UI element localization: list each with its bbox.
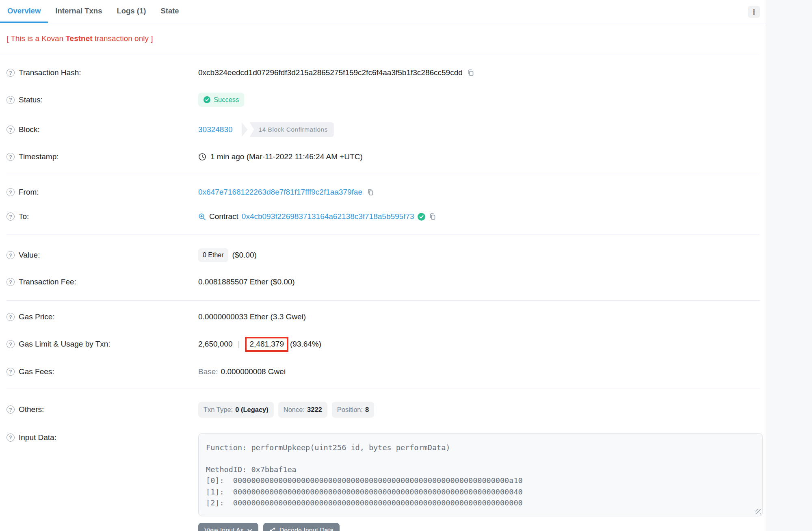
more-options-button[interactable]: ⋮ — [748, 6, 760, 18]
decode-input-data-button[interactable]: Decode Input Data — [263, 523, 340, 531]
status-badge: Success — [198, 93, 244, 107]
testnet-notice-section: [ This is a Kovan Testnet transaction on… — [0, 23, 760, 55]
row-gas-fees: ? Gas Fees: Base: 0.000000008 Gwei — [6, 360, 760, 384]
gas-price-value: 0.0000000033 Ether (3.3 Gwei) — [198, 312, 306, 321]
row-value: ? Value: 0 Ether ($0.00) — [6, 241, 760, 270]
from-label: ? From: — [6, 188, 198, 197]
tab-overview[interactable]: Overview — [0, 0, 48, 23]
copy-icon[interactable] — [429, 212, 437, 221]
block-number-link[interactable]: 30324830 — [198, 125, 233, 134]
section-gas: ? Gas Price: 0.0000000033 Ether (3.3 Gwe… — [6, 301, 760, 388]
check-circle-icon — [204, 96, 210, 103]
help-icon[interactable]: ? — [6, 212, 15, 221]
section-from-to: ? From: 0x647e7168122263d8e7f81f17fff9c2… — [6, 174, 760, 234]
ether-value-badge: 0 Ether — [198, 248, 228, 262]
section-others-input: ? Others: Txn Type:0 (Legacy) Nonce:3222… — [6, 388, 760, 531]
txn-type-badge: Txn Type:0 (Legacy) — [198, 402, 274, 418]
gas-limit-value: 2,650,000 — [198, 340, 233, 349]
transaction-hash-label: ? Transaction Hash: — [6, 68, 198, 77]
chevron-down-icon — [247, 529, 252, 531]
transaction-hash-value: 0xcb324eedcd1d07296fdf3d215a2865275f159c… — [198, 68, 463, 77]
others-label: ? Others: — [6, 405, 198, 414]
help-icon[interactable]: ? — [6, 96, 15, 104]
row-to: ? To: Contract 0x4cb093f226983713164a621… — [6, 204, 760, 229]
help-icon[interactable]: ? — [6, 278, 15, 286]
row-transaction-hash: ? Transaction Hash: 0xcb324eedcd1d07296f… — [6, 61, 760, 85]
row-gas-limit-usage: ? Gas Limit & Usage by Txn: 2,650,000 | … — [6, 329, 760, 360]
nonce-badge: Nonce:3222 — [278, 402, 327, 418]
tab-logs[interactable]: Logs (1) — [109, 0, 153, 23]
decode-icon — [269, 527, 276, 531]
block-label: ? Block: — [6, 125, 198, 134]
transaction-fee-value: 0.0081885507 Ether ($0.00) — [198, 277, 295, 286]
verified-check-icon — [418, 213, 425, 221]
help-icon[interactable]: ? — [6, 405, 15, 414]
usd-value: ($0.00) — [232, 251, 257, 260]
row-gas-price: ? Gas Price: 0.0000000033 Ether (3.3 Gwe… — [6, 305, 760, 329]
timestamp-label: ? Timestamp: — [6, 152, 198, 161]
base-fee-label: Base: — [198, 367, 218, 376]
row-transaction-fee: ? Transaction Fee: 0.0081885507 Ether ($… — [6, 270, 760, 294]
gas-fees-label: ? Gas Fees: — [6, 367, 198, 376]
from-address-link[interactable]: 0x647e7168122263d8e7f81f17fff9c2f1aa379f… — [198, 188, 362, 197]
tab-internal-txns[interactable]: Internal Txns — [48, 0, 109, 23]
clock-icon — [198, 153, 206, 161]
help-icon[interactable]: ? — [6, 126, 15, 134]
help-icon[interactable]: ? — [6, 340, 15, 348]
input-data-label: ? Input Data: — [6, 433, 198, 442]
section-value-fee: ? Value: 0 Ether ($0.00) ? Transaction F… — [6, 234, 760, 301]
block-confirmations-badge: 14 Block Confirmations — [242, 122, 334, 137]
zoom-in-icon[interactable] — [198, 213, 206, 221]
row-timestamp: ? Timestamp: 1 min ago (Mar-11-2022 11:4… — [6, 145, 760, 169]
section-hash-status-block-time: ? Transaction Hash: 0xcb324eedcd1d07296f… — [6, 55, 760, 174]
help-icon[interactable]: ? — [6, 433, 15, 442]
position-badge: Position:8 — [332, 402, 374, 418]
status-label: ? Status: — [6, 95, 198, 104]
view-input-as-button[interactable]: View Input As — [198, 523, 258, 531]
gas-limit-label: ? Gas Limit & Usage by Txn: — [6, 340, 198, 349]
help-icon[interactable]: ? — [6, 188, 15, 196]
kebab-icon: ⋮ — [751, 8, 758, 16]
gas-used-percent: (93.64%) — [290, 340, 321, 349]
input-data-textarea[interactable]: Function: performUpkeep(uint256 id, byte… — [198, 433, 763, 516]
transaction-overview-card: Overview Internal Txns Logs (1) State ⋮ … — [0, 0, 766, 531]
timestamp-value: 1 min ago (Mar-11-2022 11:46:24 AM +UTC) — [210, 152, 363, 161]
row-from: ? From: 0x647e7168122263d8e7f81f17fff9c2… — [6, 180, 760, 204]
row-input-data: ? Input Data: Function: performUpkeep(ui… — [6, 425, 760, 531]
to-label: ? To: — [6, 212, 198, 221]
help-icon[interactable]: ? — [6, 368, 15, 376]
confirmation-arrow-decoration — [242, 122, 248, 137]
gas-used-value: 2,481,379 — [249, 340, 284, 348]
copy-icon[interactable] — [366, 188, 375, 196]
gas-used-annotation-box: 2,481,379 — [245, 337, 288, 352]
base-fee-value: 0.000000008 Gwei — [221, 367, 286, 376]
help-icon[interactable]: ? — [6, 69, 15, 77]
transaction-fee-label: ? Transaction Fee: — [6, 277, 198, 286]
value-label: ? Value: — [6, 251, 198, 260]
copy-icon[interactable] — [467, 69, 475, 77]
help-icon[interactable]: ? — [6, 251, 15, 259]
gas-price-label: ? Gas Price: — [6, 312, 198, 321]
row-status: ? Status: Success — [6, 85, 760, 115]
row-others: ? Others: Txn Type:0 (Legacy) Nonce:3222… — [6, 394, 760, 425]
pipe-separator: | — [238, 340, 240, 349]
help-icon[interactable]: ? — [6, 313, 15, 321]
tab-state[interactable]: State — [153, 0, 186, 23]
tab-bar: Overview Internal Txns Logs (1) State ⋮ — [0, 0, 766, 23]
to-address-link[interactable]: 0x4cb093f226983713164a62138c3f718a5b595f… — [242, 212, 414, 221]
to-contract-word: Contract — [209, 212, 238, 221]
testnet-notice: [ This is a Kovan Testnet transaction on… — [6, 34, 754, 43]
row-block: ? Block: 30324830 14 Block Confirmations — [6, 115, 760, 145]
help-icon[interactable]: ? — [6, 153, 15, 161]
